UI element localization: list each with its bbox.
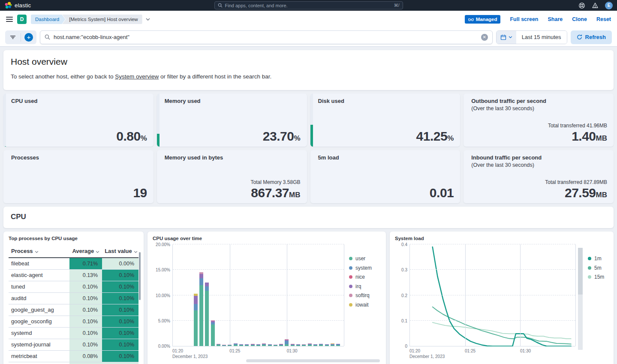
metric-tile-title: Inbound traffic per second (471, 154, 608, 161)
breadcrumb-current-page[interactable]: [Metrics System] Host overview (62, 15, 142, 24)
vertical-scrollbar[interactable] (578, 248, 583, 350)
gridline-vertical (520, 244, 521, 346)
stacked-bar[interactable] (194, 294, 198, 346)
metric-tile-disk-used[interactable]: Disk used41.25% (310, 93, 460, 147)
toolbar-action-clone[interactable]: Clone (572, 16, 587, 22)
table-row[interactable]: metricbeat0.08%0.10% (9, 350, 138, 362)
column-header-last-value[interactable]: Last value (102, 245, 138, 258)
legend-item-1m[interactable]: 1m (588, 256, 608, 262)
last-value-cell: 0.10% (102, 339, 138, 350)
table-row[interactable]: rsyslogd0.01%0.00% (9, 362, 138, 364)
system-overview-link[interactable]: System overview (115, 73, 159, 80)
gridline-horizontal (410, 269, 575, 270)
legend-item-15m[interactable]: 15m (588, 274, 608, 280)
refresh-button[interactable]: Refresh (571, 30, 612, 44)
last-value-cell: 0.10% (102, 327, 138, 339)
cpu_usage_over_time-x-axis: 01:20December 1, 202301:2501:30 (172, 346, 344, 358)
table-row[interactable]: elastic-agent0.13%0.10% (9, 269, 138, 281)
metric-tile-memory-used-in-bytes[interactable]: Memory used in bytesTotal Memory 3.58GB8… (157, 150, 307, 203)
legend-item-system[interactable]: system (349, 265, 381, 271)
time-range-value[interactable]: Last 15 minutes (516, 31, 567, 44)
toolbar-action-full-screen[interactable]: Full screen (510, 16, 538, 22)
stacked-bar[interactable] (234, 342, 238, 346)
stacked-bar[interactable] (217, 343, 220, 346)
stacked-bar[interactable] (251, 343, 255, 346)
stacked-bar[interactable] (336, 343, 340, 346)
bar-segment-user (234, 345, 238, 346)
stacked-bar[interactable] (262, 342, 266, 346)
stacked-bar[interactable] (285, 339, 289, 346)
stacked-bar[interactable] (325, 343, 329, 346)
breadcrumb-chevron-down-icon[interactable] (146, 18, 150, 21)
toolbar-action-reset[interactable]: Reset (596, 16, 611, 22)
legend-item-nice[interactable]: nice (349, 274, 381, 280)
legend-item-irq[interactable]: irq (349, 283, 381, 289)
table-row[interactable]: auditd0.10%0.10% (9, 292, 138, 304)
bar-segment-user (222, 346, 226, 346)
stacked-bar[interactable] (279, 343, 283, 346)
alerts-icon[interactable] (592, 2, 599, 9)
stacked-bar[interactable] (274, 343, 277, 346)
metric-tile-unit: MB (596, 134, 607, 142)
legend-item-user[interactable]: user (349, 256, 381, 262)
help-icon[interactable] (578, 2, 585, 9)
managed-badge[interactable]: Managed (465, 15, 501, 24)
cpu-usage-chart: 0.00%5.00%10.00%15.00%20.00%01:20Decembe… (172, 244, 344, 358)
add-filter-button[interactable]: + (21, 30, 36, 44)
metric-tile-cpu-used[interactable]: CPU used0.80% (3, 93, 153, 147)
legend-dot (588, 257, 591, 260)
table-row[interactable]: google_osconfig0.10%0.10% (9, 316, 138, 327)
table-row[interactable]: systemd0.10%0.10% (9, 327, 138, 339)
dashboard-app-badge[interactable]: D (17, 15, 27, 24)
stacked-bar[interactable] (268, 343, 272, 346)
hamburger-menu-icon[interactable] (6, 17, 13, 22)
stacked-bar[interactable] (256, 343, 260, 346)
filter-menu-button[interactable] (5, 30, 21, 44)
stacked-bar[interactable] (239, 343, 243, 346)
elastic-brand[interactable]: elastic (4, 2, 103, 9)
legend-item-softirq[interactable]: softirq (349, 292, 381, 298)
metric-tile-memory-used[interactable]: Memory used23.70% (157, 93, 307, 147)
stacked-bar[interactable] (199, 272, 203, 346)
table-row[interactable]: tuned0.10%0.10% (9, 281, 138, 292)
metric-tile-outbound-traffic-per-second[interactable]: Outbound traffic per second(Over the las… (464, 93, 614, 147)
stacked-bar[interactable] (222, 343, 226, 346)
stacked-bar[interactable] (331, 343, 334, 346)
table-scrollbar[interactable] (139, 252, 141, 300)
stacked-bar[interactable] (245, 343, 249, 346)
x-axis-tick-label: 01:25 (229, 348, 240, 354)
column-header-process[interactable]: Process (9, 245, 69, 258)
global-search-input[interactable]: Find apps, content, and more. ⌘/ (214, 1, 403, 9)
horizontal-scrollbar[interactable] (246, 359, 380, 362)
stacked-bar[interactable] (296, 343, 300, 346)
stacked-bar[interactable] (302, 343, 306, 346)
query-input[interactable]: host.name:"ecobb-linux-agent" ✕ (40, 30, 493, 44)
x-axis-tick-label: 01:30 (287, 348, 298, 354)
last-value-cell: 0.10% (102, 292, 138, 304)
legend-item-5m[interactable]: 5m (588, 265, 608, 271)
date-picker-calendar-button[interactable] (497, 31, 516, 44)
bar-segment-user (262, 345, 266, 346)
metric-tile-inbound-traffic-per-second[interactable]: Inbound traffic per second(Over the last… (464, 150, 614, 203)
stacked-bar[interactable] (319, 343, 323, 346)
legend-label: 1m (594, 256, 602, 262)
legend-item-iowait[interactable]: iowait (349, 302, 381, 308)
table-row[interactable]: systemd-journal0.10%0.10% (9, 339, 138, 350)
table-row[interactable]: filebeat0.71%0.00% (9, 258, 138, 269)
clear-query-icon[interactable]: ✕ (481, 34, 488, 41)
column-header-average[interactable]: Average (69, 245, 102, 258)
stacked-bar[interactable] (205, 283, 209, 346)
metric-tile-processes[interactable]: Processes19 (3, 150, 153, 203)
metric-tile-value-block: 0.80% (116, 129, 147, 143)
stacked-bar[interactable] (211, 320, 215, 346)
stacked-bar[interactable] (291, 343, 295, 346)
metric-tile-title: CPU used (11, 98, 147, 104)
stacked-bar[interactable] (228, 343, 232, 346)
table-row[interactable]: google_guest_ag0.10%0.10% (9, 304, 138, 316)
toolbar-action-share[interactable]: Share (548, 16, 563, 22)
user-avatar[interactable]: E (605, 2, 613, 9)
stacked-bar[interactable] (308, 343, 312, 346)
stacked-bar[interactable] (313, 343, 317, 346)
metric-tile-5m-load[interactable]: 5m load0.01 (310, 150, 460, 203)
breadcrumb-dashboard[interactable]: Dashboard (31, 15, 65, 24)
